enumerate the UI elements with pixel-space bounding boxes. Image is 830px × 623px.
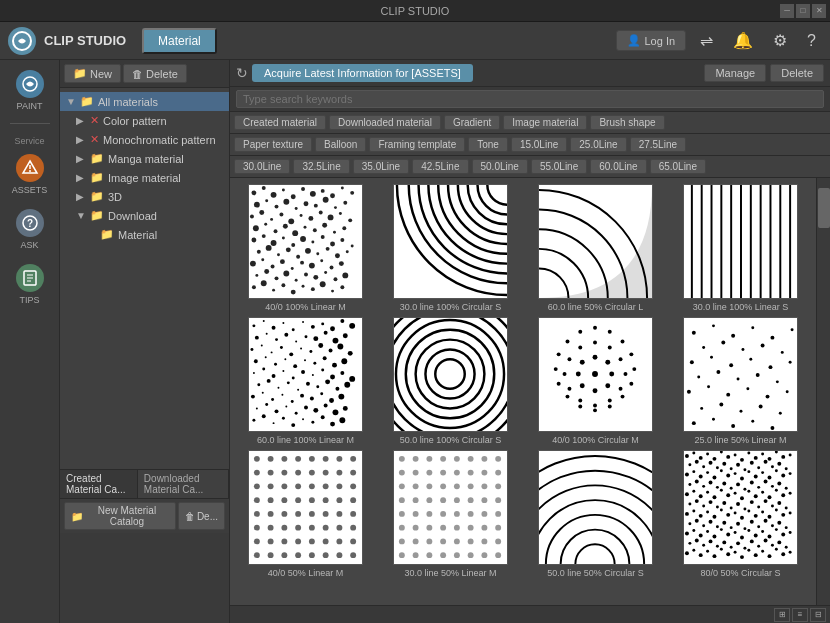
svg-point-317 [295,456,301,462]
svg-point-155 [343,333,348,338]
bell-icon[interactable]: 🔔 [727,31,759,50]
delete-button[interactable]: 🗑 Delete [123,64,187,83]
svg-point-223 [302,418,304,420]
scrollbar-track[interactable] [816,178,830,605]
filter-image[interactable]: Image material [503,115,587,130]
tree-item-image[interactable]: ▶ 📁 Image material [60,168,229,187]
filter-brush[interactable]: Brush shape [590,115,664,130]
filter-tone[interactable]: Tone [468,137,508,152]
search-input[interactable] [236,90,824,108]
svg-point-69 [296,255,300,259]
minimize-button[interactable]: ─ [780,4,794,18]
filter-25line[interactable]: 25.0Line [570,137,626,152]
grid-item-1[interactable]: 30.0 line 100% Circular S [381,184,520,313]
sidebar-item-ask[interactable]: ? ASK [3,203,57,256]
filter-framing[interactable]: Framing template [369,137,465,152]
assets-icon [16,154,44,182]
acquire-assets-button[interactable]: Acquire Latest Information for [ASSETS] [252,64,473,82]
svg-point-296 [776,380,779,383]
filter-425line[interactable]: 42.5Line [412,159,468,174]
svg-point-162 [309,350,312,353]
downloaded-catalog-tab[interactable]: Downloaded Material Ca... [138,470,229,498]
svg-point-384 [468,456,474,462]
svg-point-573 [771,524,774,527]
filter-gradient[interactable]: Gradient [444,115,500,130]
grid-item-0[interactable]: /* random dots */ [236,184,375,313]
filter-paper[interactable]: Paper texture [234,137,312,152]
svg-point-413 [426,511,432,517]
tree-item-all-materials[interactable]: ▼ 📁 All materials [60,92,229,111]
help-icon[interactable]: ? [801,32,822,50]
tree-item-color-pattern[interactable]: ▶ ✕ Color pattern [60,111,229,130]
svg-point-151 [305,335,308,338]
list-view-button[interactable]: ≡ [792,608,808,622]
svg-point-366 [309,538,315,544]
svg-point-546 [692,509,695,512]
grid-item-8[interactable]: 40/0 50% Linear M [236,450,375,579]
sidebar-item-paint[interactable]: PAINT [3,64,57,117]
sidebar-item-assets[interactable]: ASSETS [3,148,57,201]
grid-item-11[interactable]: 80/0 50% Circular S [671,450,810,579]
filter-15line[interactable]: 15.0Line [511,137,567,152]
login-button[interactable]: 👤 Log In [616,30,687,51]
svg-point-48 [292,230,298,236]
grid-item-5[interactable]: 50.0 line 100% Circular S [381,317,520,446]
filter-60line[interactable]: 60.0Line [590,159,646,174]
sidebar-item-tips[interactable]: TIPS [3,258,57,311]
material-tab[interactable]: Material [142,28,217,54]
detail-view-button[interactable]: ⊟ [810,608,826,622]
catalog-area: Created Material Ca... Downloaded Materi… [60,469,229,623]
refresh-button[interactable]: ↻ [236,65,248,81]
scrollbar-thumb[interactable] [818,188,830,228]
filter-35line[interactable]: 35.0Line [353,159,409,174]
svg-point-198 [251,394,255,398]
grid-item-7[interactable]: 25.0 line 50% Linear M [671,317,810,446]
filter-325line[interactable]: 32.5Line [293,159,349,174]
gear-icon[interactable]: ⚙ [767,31,793,50]
filter-balloon[interactable]: Balloon [315,137,366,152]
grid-view-button[interactable]: ⊞ [774,608,790,622]
new-button[interactable]: 📁 New [64,64,121,83]
tune-icon[interactable]: ⇌ [694,31,719,50]
svg-point-598 [730,545,733,548]
material-label-5: 50.0 line 100% Circular S [400,435,502,446]
svg-point-80 [300,261,304,265]
tree-item-download[interactable]: ▼ 📁 Download [60,206,229,225]
new-catalog-button[interactable]: 📁 New Material Catalog [64,502,176,530]
svg-point-271 [557,352,561,356]
grid-item-2[interactable]: 60.0 line 50% Circular L [526,184,665,313]
svg-point-249 [624,372,628,376]
maximize-button[interactable]: □ [796,4,810,18]
close-button[interactable]: ✕ [812,4,826,18]
svg-point-349 [295,511,301,517]
grid-item-10[interactable]: 50.0 line 50% Circular S [526,450,665,579]
tree-item-manga[interactable]: ▶ 📁 Manga material [60,149,229,168]
svg-point-193 [306,382,310,386]
filter-65line[interactable]: 65.0Line [650,159,706,174]
filter-30line[interactable]: 30.0Line [234,159,290,174]
grid-item-6[interactable]: 40/0 100% Circular M [526,317,665,446]
svg-point-411 [399,511,405,517]
created-catalog-tab[interactable]: Created Material Ca... [60,470,138,498]
grid-item-3[interactable]: 30.0 line 100% Linear S [671,184,810,313]
tree-item-material[interactable]: 📁 Material [60,225,229,244]
content-delete-button[interactable]: Delete [770,64,824,82]
folder-icon: 📁 [90,209,104,222]
grid-item-9[interactable]: 30.0 line 50% Linear M [381,450,520,579]
svg-point-523 [747,489,750,492]
svg-point-31 [334,206,337,209]
svg-point-522 [740,496,744,500]
filter-created[interactable]: Created material [234,115,326,130]
tree-item-3d[interactable]: ▶ 📁 3D [60,187,229,206]
svg-point-490 [734,472,737,475]
svg-point-240 [609,371,614,376]
manage-button[interactable]: Manage [704,64,766,82]
filter-275line[interactable]: 27.5Line [630,137,686,152]
filter-downloaded[interactable]: Downloaded material [329,115,441,130]
svg-point-156 [250,348,253,351]
grid-item-4[interactable]: 60.0 line 100% Linear M [236,317,375,446]
filter-50line[interactable]: 50.0Line [472,159,528,174]
delete-catalog-button[interactable]: 🗑 De... [178,502,225,530]
tree-item-monochromatic[interactable]: ▶ ✕ Monochromatic pattern [60,130,229,149]
filter-55line[interactable]: 55.0Line [531,159,587,174]
